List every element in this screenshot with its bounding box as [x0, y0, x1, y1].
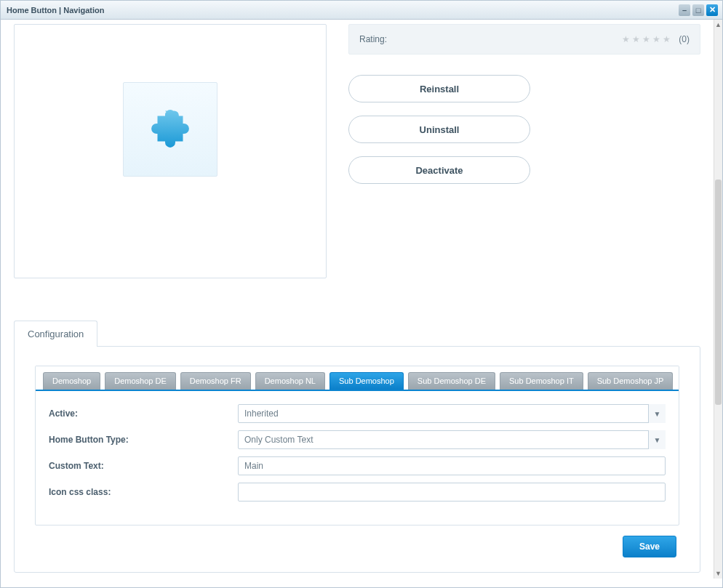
rating-label: Rating:	[359, 34, 387, 44]
reinstall-button[interactable]: Reinstall	[348, 75, 530, 102]
plugin-icon-tile	[123, 82, 217, 177]
shop-tab-sub-demoshop-jp[interactable]: Sub Demoshop JP	[588, 372, 674, 390]
star-icon: ★	[652, 34, 660, 44]
window-title: Home Button | Navigation	[7, 6, 104, 15]
shop-config-panel: Demoshop Demoshop DE Demoshop FR Demosho…	[35, 366, 679, 525]
save-button[interactable]: Save	[623, 536, 676, 557]
star-icon: ★	[663, 34, 671, 44]
active-label: Active:	[49, 408, 238, 419]
plugin-preview-box	[14, 24, 327, 278]
shop-tab-sub-demoshop-de[interactable]: Sub Demoshop DE	[408, 372, 495, 390]
row-home-button-type: Home Button Type: ▼	[49, 430, 666, 449]
row-custom-text: Custom Text:	[49, 456, 666, 475]
shop-tab-demoshop-nl[interactable]: Demoshop NL	[255, 372, 325, 390]
window-titlebar: Home Button | Navigation – □ ✕	[1, 1, 722, 20]
vertical-scrollbar[interactable]: ▲ ▼	[714, 20, 722, 579]
plugin-config-window: Home Button | Navigation – □ ✕	[0, 0, 723, 588]
shop-tab-demoshop[interactable]: Demoshop	[43, 372, 100, 390]
custom-text-label: Custom Text:	[49, 461, 238, 471]
tab-configuration[interactable]: Configuration	[14, 321, 97, 347]
home-button-type-label: Home Button Type:	[49, 435, 238, 445]
close-button[interactable]: ✕	[706, 4, 718, 16]
uninstall-button[interactable]: Uninstall	[348, 116, 530, 143]
deactivate-button[interactable]: Deactivate	[348, 156, 530, 184]
minimize-button[interactable]: –	[679, 4, 690, 16]
row-active: Active: ▼	[49, 404, 666, 423]
shop-tab-strip: Demoshop Demoshop DE Demoshop FR Demosho…	[36, 366, 679, 391]
shop-tab-demoshop-fr[interactable]: Demoshop FR	[180, 372, 251, 390]
shop-tab-sub-demoshop[interactable]: Sub Demoshop	[329, 372, 404, 390]
home-button-type-select[interactable]	[238, 430, 666, 449]
rating-count: (0)	[679, 34, 690, 44]
star-icon: ★	[632, 34, 640, 44]
scroll-thumb[interactable]	[715, 180, 722, 405]
shop-config-form: Active: ▼ Home Button Type: ▼	[36, 391, 679, 525]
star-icon: ★	[642, 34, 650, 44]
window-controls: – □ ✕	[679, 4, 718, 16]
content-area: Rating: ★ ★ ★ ★ ★ (0) Reinstall Uninstal…	[1, 20, 714, 579]
row-icon-class: Icon css class:	[49, 483, 666, 502]
scroll-up-icon[interactable]: ▲	[714, 20, 722, 30]
plugin-actions-column: Rating: ★ ★ ★ ★ ★ (0) Reinstall Uninstal…	[348, 24, 700, 278]
rating-stars: ★ ★ ★ ★ ★ (0)	[622, 34, 690, 44]
shop-tab-demoshop-de[interactable]: Demoshop DE	[105, 372, 176, 390]
star-icon: ★	[622, 34, 630, 44]
icon-class-label: Icon css class:	[49, 487, 238, 497]
icon-class-input[interactable]	[238, 483, 666, 502]
configuration-body: Demoshop Demoshop DE Demoshop FR Demosho…	[14, 346, 700, 573]
scroll-down-icon[interactable]: ▼	[714, 568, 722, 579]
form-actions: Save	[35, 536, 679, 557]
shop-tab-sub-demoshop-it[interactable]: Sub Demoshop IT	[500, 372, 583, 390]
maximize-button[interactable]: □	[692, 4, 704, 16]
puzzle-piece-icon	[145, 103, 196, 156]
custom-text-input[interactable]	[238, 456, 666, 475]
rating-box: Rating: ★ ★ ★ ★ ★ (0)	[348, 24, 700, 55]
active-select[interactable]	[238, 404, 666, 423]
configuration-section: Configuration Demoshop Demoshop DE Demos…	[14, 321, 700, 573]
configuration-tab-strip: Configuration	[14, 321, 700, 347]
plugin-summary-row: Rating: ★ ★ ★ ★ ★ (0) Reinstall Uninstal…	[14, 24, 700, 278]
